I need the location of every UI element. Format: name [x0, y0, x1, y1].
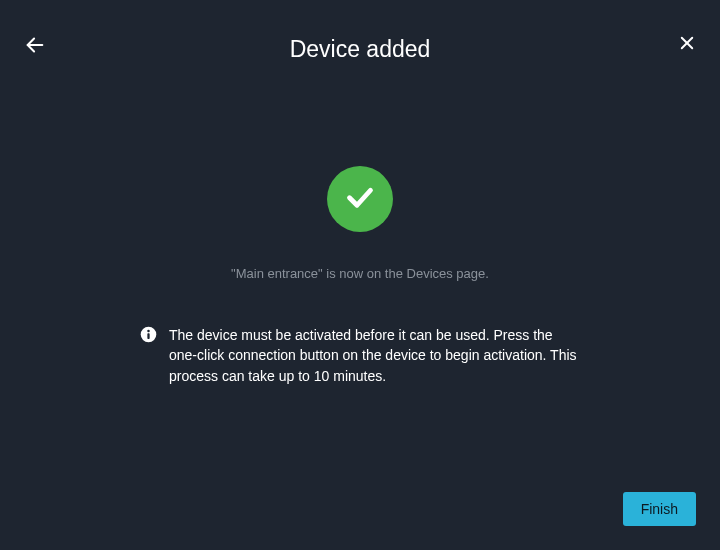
- checkmark-icon: [342, 179, 378, 219]
- success-badge: [327, 166, 393, 232]
- arrow-left-icon: [24, 34, 46, 60]
- status-message: "Main entrance" is now on the Devices pa…: [231, 266, 489, 281]
- svg-point-4: [147, 330, 150, 333]
- info-message: The device must be activated before it c…: [169, 325, 580, 386]
- back-button[interactable]: [24, 34, 46, 60]
- info-icon: [140, 326, 157, 347]
- dialog-header: Device added: [0, 0, 720, 70]
- svg-rect-5: [147, 333, 149, 339]
- close-button[interactable]: [678, 34, 696, 56]
- finish-button[interactable]: Finish: [623, 492, 696, 526]
- info-row: The device must be activated before it c…: [140, 325, 580, 386]
- dialog-title: Device added: [290, 36, 431, 63]
- close-icon: [678, 34, 696, 56]
- dialog-content: "Main entrance" is now on the Devices pa…: [0, 70, 720, 386]
